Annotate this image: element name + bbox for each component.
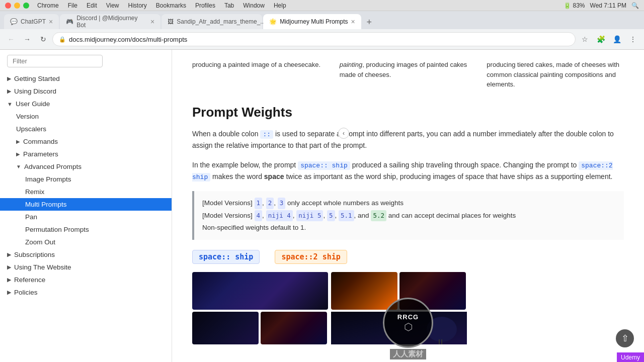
callout-line-2: [Model Versions] 4, niji 4, niji 5, 5, 5… (202, 210, 616, 222)
image-4 (331, 272, 397, 310)
sidebar-filter-input[interactable] (7, 55, 103, 67)
menu-tab[interactable]: Tab (224, 2, 234, 9)
scroll-to-top-button[interactable]: ⇧ (616, 329, 634, 347)
sidebar-item-image-prompts[interactable]: Image Prompts (0, 173, 172, 186)
version-tag-4: 4 (255, 210, 263, 222)
sidebar-item-subscriptions[interactable]: ▶ Subscriptions (0, 248, 172, 261)
sidebar-item-label: Pan (25, 213, 37, 221)
menu-file[interactable]: File (68, 2, 77, 9)
sidebar-item-label: Upscalers (16, 125, 46, 133)
nav-right-icons: ☆ 🧩 👤 ⋮ (578, 32, 640, 46)
callout-line-3: Non-specified weights default to 1. (202, 222, 616, 234)
extension-button[interactable]: 🧩 (594, 32, 608, 46)
menu-button[interactable]: ⋮ (626, 32, 640, 46)
sidebar-item-using-discord[interactable]: ▶ Using Discord (0, 85, 172, 98)
sidebar-collapse-button[interactable]: ‹ (338, 128, 349, 139)
arrow-icon: ▶ (16, 151, 20, 157)
menu-help[interactable]: Help (274, 2, 286, 9)
sidebar-item-advanced-prompts[interactable]: ▼ Advanced Prompts (0, 160, 172, 173)
address-bar[interactable]: 🔒 docs.midjourney.com/docs/multi-prompts (52, 32, 576, 46)
battery-icon: 🔋 83% (564, 2, 585, 9)
sidebar-item-version[interactable]: Version (0, 110, 172, 123)
tab-favicon: 🌟 (269, 18, 277, 25)
new-tab-button[interactable]: + (362, 15, 376, 29)
example-text: In the example below, the prompt (192, 161, 296, 169)
menu-bookmarks[interactable]: Bookmarks (156, 2, 186, 9)
mac-menu-items: Chrome File Edit View History Bookmarks … (37, 2, 286, 9)
sidebar-item-label: Image Prompts (25, 175, 71, 183)
menu-edit[interactable]: Edit (87, 2, 97, 9)
tab-favicon: 💬 (10, 18, 18, 25)
minimize-window-btn[interactable] (14, 3, 20, 9)
search-icon[interactable]: 🔍 (631, 2, 639, 9)
refresh-button[interactable]: ↻ (36, 32, 50, 46)
tab-close-btn[interactable]: × (351, 18, 355, 25)
mac-menu-bar: Chrome File Edit View History Bookmarks … (0, 0, 644, 11)
sidebar-item-parameters[interactable]: ▶ Parameters (0, 148, 172, 160)
image-2 (192, 312, 259, 344)
intro-text: When a double colon (192, 130, 259, 138)
top-block-3: producing tiered cakes, made of cheeses … (487, 60, 624, 89)
top-block-2-text: painting, producing images of painted ca… (340, 61, 467, 78)
sidebar-item-reference[interactable]: ▶ Reference (0, 274, 172, 286)
sidebar-item-user-guide[interactable]: ▼ User Guide (0, 98, 172, 110)
sidebar-item-label: Subscriptions (14, 251, 55, 258)
menu-chrome[interactable]: Chrome (37, 2, 59, 9)
left-image-column (192, 272, 328, 344)
tab-label: Midjourney Multi Prompts (280, 18, 348, 25)
menu-profiles[interactable]: Profiles (195, 2, 215, 9)
forward-button[interactable]: → (20, 32, 34, 46)
profile-button[interactable]: 👤 (610, 32, 624, 46)
example-text3: makes the word (212, 172, 262, 180)
sidebar-item-getting-started[interactable]: ▶ Getting Started (0, 72, 172, 85)
image-5 (399, 272, 466, 310)
sidebar-item-using-the-website[interactable]: ▶ Using The Website (0, 261, 172, 274)
sidebar-item-label: Version (16, 113, 39, 120)
section-title: Prompt Weights (192, 105, 624, 120)
bookmark-button[interactable]: ☆ (578, 32, 592, 46)
content-area: producing a painted image of a cheesecak… (172, 50, 644, 362)
top-block-1-text: producing a painted image of a cheesecak… (192, 61, 320, 68)
sidebar-item-multi-prompts[interactable]: Multi Prompts (0, 198, 172, 211)
image-6 (331, 312, 467, 344)
browser-chrome: 💬 ChatGPT × 🎮 Discord | @Midjourney Bot … (0, 11, 644, 50)
sidebar-item-label: Permutation Prompts (25, 226, 89, 233)
sidebar-item-policies[interactable]: ▶ Policies (0, 286, 172, 299)
sidebar-item-upscalers[interactable]: Upscalers (0, 123, 172, 135)
menu-history[interactable]: History (128, 2, 147, 9)
sidebar-item-label: Using The Website (14, 263, 71, 271)
arrow-icon: ▶ (7, 264, 11, 270)
tab-close-btn[interactable]: × (49, 18, 53, 25)
close-window-btn[interactable] (5, 3, 11, 9)
sidebar-item-label: Advanced Prompts (24, 163, 82, 170)
fullscreen-window-btn[interactable] (23, 3, 29, 9)
sidebar-item-remix[interactable]: Remix (0, 186, 172, 198)
version-tag-niji4: niji 4 (266, 210, 293, 222)
sidebar-item-pan[interactable]: Pan (0, 211, 172, 223)
back-button[interactable]: ← (4, 32, 18, 46)
tab-favicon: 🖼 (168, 18, 174, 25)
version-tag-niji5: niji 5 (296, 210, 323, 222)
callout-model-versions-2: [Model Versions] (202, 212, 253, 219)
tab-chatgpt[interactable]: 💬 ChatGPT × (4, 14, 59, 29)
tab-sandip[interactable]: 🖼 Sandip_Atr_add_mars_theme_... × (162, 14, 262, 29)
bold-space: space (264, 172, 284, 180)
menu-view[interactable]: View (106, 2, 119, 9)
tab-favicon: 🎮 (66, 18, 73, 25)
sidebar-item-commands[interactable]: ▶ Commands (0, 135, 172, 148)
tab-discord[interactable]: 🎮 Discord | @Midjourney Bot × (60, 14, 160, 29)
nav-bar: ← → ↻ 🔒 docs.midjourney.com/docs/multi-p… (0, 29, 644, 49)
sidebar-item-zoom-out[interactable]: Zoom Out (0, 236, 172, 248)
tab-close-btn[interactable]: × (150, 18, 154, 25)
arrow-icon: ▶ (7, 251, 11, 258)
prompt-label-1: space:: ship (192, 250, 260, 264)
menu-window[interactable]: Window (243, 2, 265, 9)
sidebar-item-label: Parameters (23, 150, 58, 158)
tab-midjourney-multi[interactable]: 🌟 Midjourney Multi Prompts × (263, 14, 361, 29)
example-text2: produced a sailing ship traveling throug… (352, 161, 577, 169)
sidebar-item-permutation-prompts[interactable]: Permutation Prompts (0, 223, 172, 236)
sidebar-item-label: Remix (25, 188, 44, 196)
version-tag-51: 5.1 (339, 210, 354, 222)
sidebar-item-label: Using Discord (14, 87, 56, 95)
version-tag-1: 1 (255, 198, 263, 209)
